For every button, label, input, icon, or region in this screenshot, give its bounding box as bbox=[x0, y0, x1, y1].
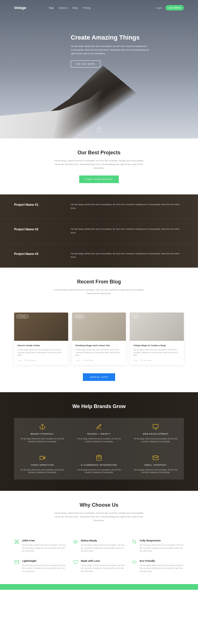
choose-item: LightweightFar far away, behind the word… bbox=[14, 560, 66, 573]
video-icon bbox=[39, 455, 46, 461]
brands-title: We Help Brands Grow bbox=[14, 404, 184, 409]
brands-item: BRAND STRATEGYFar far away, behind the w… bbox=[14, 418, 70, 449]
brands-item: EMAIL STRATEGYFar far away, behind the w… bbox=[128, 449, 184, 480]
shopping-bag-icon bbox=[96, 455, 102, 461]
project-desc: Far far away, behind the word mountains,… bbox=[71, 203, 184, 210]
eye-icon bbox=[73, 539, 78, 544]
mail-icon bbox=[152, 455, 159, 461]
mail-icon bbox=[14, 560, 19, 565]
monitor-icon bbox=[152, 424, 159, 430]
project-name: Project Name #3 bbox=[14, 252, 71, 259]
nav-links: Tour Explore Blog Pricing bbox=[49, 6, 91, 9]
choose-item-title: Fully Responsive bbox=[140, 539, 184, 542]
brands-item-desc: Far far away, behind the word mountains,… bbox=[132, 437, 180, 443]
start-project-button[interactable]: START YOUR PROJECT bbox=[79, 175, 119, 183]
svg-rect-3 bbox=[153, 456, 158, 460]
blog-subtitle: Far far away, behind the word mountains,… bbox=[52, 288, 146, 296]
card-meta: ✎ 39⏱ 2 hours ago bbox=[76, 359, 123, 361]
svg-rect-1 bbox=[153, 424, 158, 428]
comments-icon: ✎ 39 bbox=[76, 359, 79, 361]
svg-point-4 bbox=[75, 541, 76, 543]
card-image: HEALTH bbox=[72, 313, 126, 341]
choose-item-title: Retina Ready bbox=[81, 539, 125, 542]
brands-item-title: EMAIL STRATEGY bbox=[132, 464, 180, 466]
projects-subtitle: Far far away, behind the word mountains,… bbox=[52, 159, 146, 170]
blog-title: Recent From Blog bbox=[14, 279, 184, 285]
choose-item-desc: Far far away, behind the word mountains,… bbox=[140, 564, 184, 573]
brands-item: DESIGN + IDENITYFar far away, behind the… bbox=[71, 418, 127, 449]
card-tag: DIY bbox=[132, 315, 139, 318]
comments-icon: ✎ 39 bbox=[133, 359, 137, 361]
brands-item: E-COMMERCE INTEGRATIONFar far away, behi… bbox=[71, 449, 127, 480]
project-name: Project Name #2 bbox=[14, 227, 71, 235]
command-icon bbox=[14, 539, 19, 544]
svg-point-0 bbox=[42, 424, 43, 426]
card-excerpt: Far far away, behind the word mountains,… bbox=[76, 348, 123, 357]
nav-link-explore[interactable]: Explore bbox=[59, 6, 68, 9]
anchor-icon bbox=[39, 424, 46, 430]
blog-cta: VIEW ALL POST bbox=[0, 373, 198, 392]
projects-list: Project Name #1 Far far away, behind the… bbox=[0, 194, 198, 268]
card-image: DIY bbox=[130, 313, 184, 341]
choose-item: Fully ResponsiveFar far away, behind the… bbox=[132, 539, 184, 553]
choose-item-title: Lightweight bbox=[22, 560, 66, 562]
time-icon: ⏱ 2 hours ago bbox=[140, 359, 151, 361]
card-meta: ✎ 39⏱ 2 hours ago bbox=[18, 359, 65, 361]
choose-item: 100% FreeFar far away, behind the word m… bbox=[14, 539, 66, 553]
svg-rect-2 bbox=[40, 456, 43, 459]
card-title: How to Create Cards bbox=[18, 344, 65, 347]
brands-item-desc: Far far away, behind the word mountains,… bbox=[132, 469, 180, 474]
choose-item-desc: Far far away, behind the word mountains,… bbox=[81, 544, 125, 553]
blog-card[interactable]: HEALTH Drinking Ginger and Lemon Tea Far… bbox=[72, 313, 126, 365]
project-row[interactable]: Project Name #1 Far far away, behind the… bbox=[0, 194, 198, 219]
brands-item: WEB DEVELOPMENTFar far away, behind the … bbox=[128, 418, 184, 449]
project-desc: Far far away, behind the word mountains,… bbox=[71, 252, 184, 259]
top-nav: Voltage Tour Explore Blog Pricing Login … bbox=[0, 0, 198, 16]
choose-subtitle: Far far away, behind the word mountains,… bbox=[52, 511, 146, 522]
brands-section: We Help Brands Grow BRAND STRATEGYFar fa… bbox=[0, 392, 198, 491]
brands-item-desc: Far far away, behind the word mountains,… bbox=[75, 469, 123, 474]
brands-item-title: WEB DEVELOPMENT bbox=[132, 433, 180, 435]
choose-item-title: Made with Love bbox=[81, 560, 125, 562]
heart-icon bbox=[73, 560, 78, 565]
project-name: Project Name #1 bbox=[14, 203, 71, 210]
view-all-posts-button[interactable]: VIEW ALL POST bbox=[83, 373, 115, 381]
nav-right: Login Get Started bbox=[156, 5, 184, 10]
get-started-button[interactable]: Get Started bbox=[165, 5, 184, 10]
crop-icon bbox=[132, 539, 137, 544]
logo[interactable]: Voltage bbox=[14, 6, 26, 10]
card-tag: HEALTH bbox=[74, 315, 85, 318]
card-excerpt: Far far away, behind the word mountains,… bbox=[18, 348, 65, 357]
blog-card[interactable]: TUTORIAL How to Create Cards Far far awa… bbox=[14, 313, 68, 365]
nav-link-tour[interactable]: Tour bbox=[49, 6, 54, 9]
projects-title: Our Best Projects bbox=[14, 150, 184, 156]
nav-link-blog[interactable]: Blog bbox=[72, 6, 78, 9]
scroll-down-icon[interactable] bbox=[97, 127, 101, 133]
time-icon: ⏱ 2 hours ago bbox=[82, 359, 93, 361]
brands-item-desc: Far far away, behind the word mountains,… bbox=[18, 469, 66, 474]
card-meta: ✎ 39⏱ 2 hours ago bbox=[133, 359, 180, 361]
edit-icon bbox=[96, 424, 102, 430]
hero-content: Create Amazing Things Far far away, behi… bbox=[71, 34, 181, 68]
blog-card[interactable]: DIY 4 Easy Steps to Create a Soup Far fa… bbox=[130, 313, 184, 365]
projects-intro: Our Best Projects Far far away, behind t… bbox=[0, 138, 198, 194]
brands-item-title: VIDEO DIRECTION bbox=[18, 464, 66, 466]
see-work-button[interactable]: SEE OUR WORK bbox=[71, 60, 100, 68]
card-title: 4 Easy Steps to Create a Soup bbox=[133, 344, 180, 347]
brands-item-title: E-COMMERCE INTEGRATION bbox=[75, 464, 123, 466]
login-link[interactable]: Login bbox=[156, 6, 162, 9]
blog-section: Recent From Blog Far far away, behind th… bbox=[0, 268, 198, 313]
project-row[interactable]: Project Name #3 Far far away, behind the… bbox=[0, 244, 198, 268]
card-title: Drinking Ginger and Lemon Tea bbox=[76, 344, 123, 347]
blog-cards: TUTORIAL How to Create Cards Far far awa… bbox=[0, 313, 198, 365]
choose-section: Why Choose Us Far far away, behind the w… bbox=[0, 491, 198, 539]
brands-item: VIDEO DIRECTIONFar far away, behind the … bbox=[14, 449, 70, 480]
choose-item-title: Eco Friendly bbox=[140, 560, 184, 562]
nav-link-pricing[interactable]: Pricing bbox=[83, 6, 91, 9]
choose-item: Eco FriendlyFar far away, behind the wor… bbox=[132, 560, 184, 573]
brands-item-desc: Far far away, behind the word mountains,… bbox=[18, 437, 66, 443]
project-desc: Far far away, behind the word mountains,… bbox=[71, 227, 184, 235]
choose-item: Made with LoveFar far away, behind the w… bbox=[73, 560, 125, 573]
recycle-icon bbox=[132, 560, 137, 565]
project-row[interactable]: Project Name #2 Far far away, behind the… bbox=[0, 219, 198, 244]
